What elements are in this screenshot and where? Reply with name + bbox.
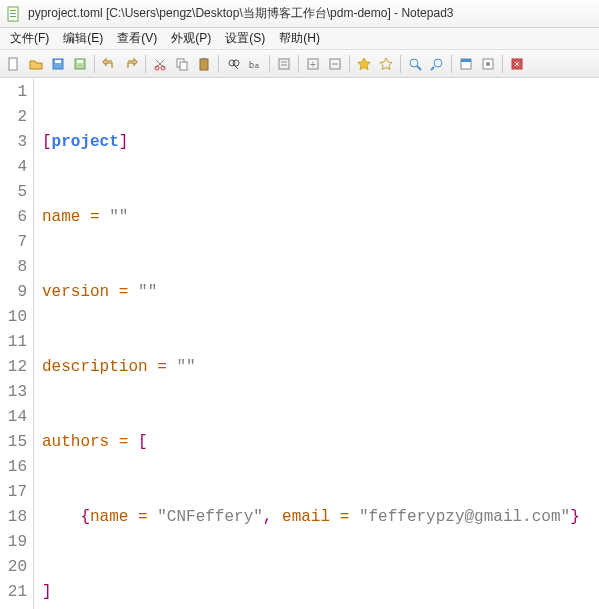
toolbar-separator xyxy=(145,55,146,73)
menu-settings[interactable]: 设置(S) xyxy=(219,28,271,49)
save-icon[interactable] xyxy=(48,54,68,74)
cut-icon[interactable] xyxy=(150,54,170,74)
search-back-icon[interactable] xyxy=(427,54,447,74)
svg-rect-8 xyxy=(77,60,83,63)
paste-icon[interactable] xyxy=(194,54,214,74)
settings-icon[interactable] xyxy=(478,54,498,74)
app-icon xyxy=(6,6,22,22)
word-wrap-icon[interactable] xyxy=(274,54,294,74)
toolbar-separator xyxy=(298,55,299,73)
menu-edit[interactable]: 编辑(E) xyxy=(57,28,109,49)
line-number: 1 xyxy=(0,80,27,105)
toolbar-separator xyxy=(502,55,503,73)
line-number: 13 xyxy=(0,380,27,405)
svg-point-33 xyxy=(486,62,490,66)
code-line[interactable]: [project] xyxy=(42,130,599,155)
toolbar-separator xyxy=(94,55,95,73)
toolbar-separator xyxy=(269,55,270,73)
line-number: 10 xyxy=(0,305,27,330)
find-icon[interactable] xyxy=(223,54,243,74)
menu-help[interactable]: 帮助(H) xyxy=(273,28,326,49)
search-icon[interactable] xyxy=(405,54,425,74)
new-file-icon[interactable] xyxy=(4,54,24,74)
toolbar-separator xyxy=(218,55,219,73)
line-number: 15 xyxy=(0,430,27,455)
svg-rect-4 xyxy=(9,58,17,70)
svg-rect-31 xyxy=(461,59,471,62)
exit-icon[interactable] xyxy=(507,54,527,74)
save-as-icon[interactable] xyxy=(70,54,90,74)
menu-view[interactable]: 查看(V) xyxy=(111,28,163,49)
svg-rect-13 xyxy=(200,59,208,70)
menubar: 文件(F) 编辑(E) 查看(V) 外观(P) 设置(S) 帮助(H) xyxy=(0,28,599,50)
zoom-out-icon[interactable] xyxy=(325,54,345,74)
line-number: 18 xyxy=(0,505,27,530)
line-number: 17 xyxy=(0,480,27,505)
code-line[interactable]: {name = "CNFeffery", email = "fefferypzy… xyxy=(42,505,599,530)
window-title: pyproject.toml [C:\Users\pengz\Desktop\当… xyxy=(28,5,453,22)
toolbar-separator xyxy=(451,55,452,73)
bookmark-add-icon[interactable] xyxy=(354,54,374,74)
line-number: 20 xyxy=(0,555,27,580)
line-number: 2 xyxy=(0,105,27,130)
code-line[interactable]: name = "" xyxy=(42,205,599,230)
open-file-icon[interactable] xyxy=(26,54,46,74)
toolbar: ba + xyxy=(0,50,599,78)
line-number: 3 xyxy=(0,130,27,155)
line-number: 11 xyxy=(0,330,27,355)
svg-rect-20 xyxy=(279,59,289,69)
code-line[interactable]: ] xyxy=(42,580,599,605)
zoom-in-icon[interactable]: + xyxy=(303,54,323,74)
titlebar: pyproject.toml [C:\Users\pengz\Desktop\当… xyxy=(0,0,599,28)
menu-appearance[interactable]: 外观(P) xyxy=(165,28,217,49)
code-line[interactable]: authors = [ xyxy=(42,430,599,455)
toolbar-separator xyxy=(400,55,401,73)
replace-icon[interactable]: ba xyxy=(245,54,265,74)
line-number: 6 xyxy=(0,205,27,230)
svg-rect-12 xyxy=(180,62,187,70)
svg-text:+: + xyxy=(310,59,316,70)
menu-file[interactable]: 文件(F) xyxy=(4,28,55,49)
svg-rect-1 xyxy=(10,10,16,11)
toolbar-separator xyxy=(349,55,350,73)
line-number: 9 xyxy=(0,280,27,305)
line-number: 14 xyxy=(0,405,27,430)
scheme-icon[interactable] xyxy=(456,54,476,74)
svg-text:a: a xyxy=(255,62,259,69)
undo-icon[interactable] xyxy=(99,54,119,74)
svg-point-17 xyxy=(233,60,239,66)
svg-text:b: b xyxy=(249,60,254,70)
line-number: 21 xyxy=(0,580,27,605)
redo-icon[interactable] xyxy=(121,54,141,74)
svg-point-27 xyxy=(410,59,418,67)
line-number: 5 xyxy=(0,180,27,205)
line-number: 16 xyxy=(0,455,27,480)
svg-rect-3 xyxy=(10,16,16,17)
line-number: 7 xyxy=(0,230,27,255)
line-number-gutter: 1 2 3 4 5 6 7 8 9 10 11 12 13 14 15 16 1… xyxy=(0,78,34,609)
svg-point-29 xyxy=(434,59,442,67)
line-number: 19 xyxy=(0,530,27,555)
svg-rect-6 xyxy=(55,60,61,63)
svg-rect-14 xyxy=(202,58,206,60)
code-line[interactable]: description = "" xyxy=(42,355,599,380)
code-line[interactable]: version = "" xyxy=(42,280,599,305)
line-number: 8 xyxy=(0,255,27,280)
copy-icon[interactable] xyxy=(172,54,192,74)
code-area[interactable]: [project] name = "" version = "" descrip… xyxy=(34,78,599,609)
svg-line-28 xyxy=(417,66,421,70)
svg-rect-2 xyxy=(10,13,16,14)
editor[interactable]: 1 2 3 4 5 6 7 8 9 10 11 12 13 14 15 16 1… xyxy=(0,78,599,609)
line-number: 4 xyxy=(0,155,27,180)
bookmark-clear-icon[interactable] xyxy=(376,54,396,74)
line-number: 12 xyxy=(0,355,27,380)
